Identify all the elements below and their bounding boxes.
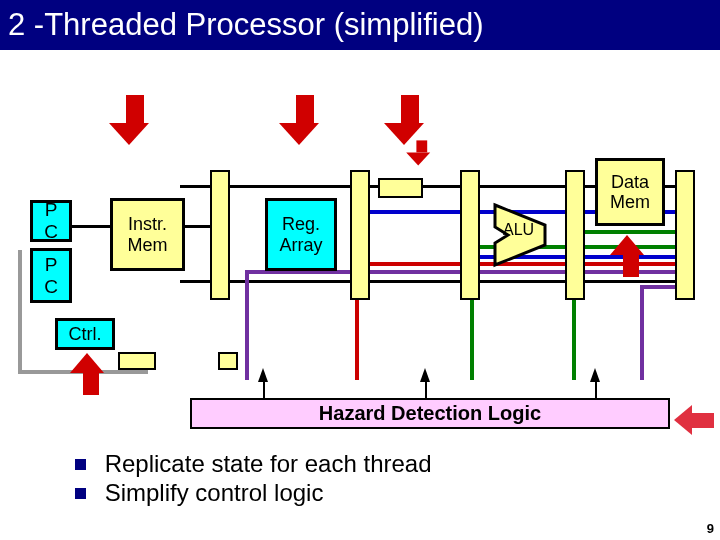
thread-arrow-down-icon	[120, 95, 149, 145]
thread-arrow-down-icon	[395, 95, 424, 145]
bullet-list: Replicate state for each thread Simplify…	[35, 449, 432, 508]
alu-label: ALU	[503, 221, 534, 239]
thread-arrow-down-icon	[290, 95, 319, 145]
dmem-label: Data Mem	[610, 172, 650, 213]
program-counter-box: P C	[30, 248, 72, 303]
pipeline-register	[210, 170, 230, 300]
mux-box	[378, 178, 423, 198]
pipeline-diagram: P C P C Instr. Mem Reg. Array ALU Data M…	[0, 50, 720, 390]
hazard-sense-arrow-icon	[590, 368, 600, 382]
bullet-item: Simplify control logic	[75, 479, 432, 507]
data-down-arrow-icon	[413, 141, 430, 166]
program-counter-box: P C	[30, 200, 72, 242]
hazard-sense-line	[425, 380, 427, 398]
hazard-left-arrow-icon	[674, 405, 714, 435]
hazard-sense-line	[263, 380, 265, 398]
pipeline-register	[675, 170, 695, 300]
pc2-label: P C	[44, 254, 58, 298]
pipeline-register	[565, 170, 585, 300]
regarray-label: Reg. Array	[279, 214, 322, 255]
hazard-label: Hazard Detection Logic	[319, 402, 541, 424]
register-array-box: Reg. Array	[265, 198, 337, 271]
hazard-sense-arrow-icon	[258, 368, 268, 382]
data-up-arrow-icon	[618, 235, 644, 277]
pipeline-register	[350, 170, 370, 300]
ctrl-label: Ctrl.	[69, 324, 102, 345]
ctrl-up-arrow-icon	[78, 353, 104, 395]
hazard-sense-arrow-icon	[420, 368, 430, 382]
data-memory-box: Data Mem	[595, 158, 665, 226]
title-text: 2 -Threaded Processor (simplified)	[8, 7, 484, 42]
slide-title: 2 -Threaded Processor (simplified)	[0, 0, 720, 50]
control-tap	[118, 352, 156, 370]
pipeline-register	[460, 170, 480, 300]
control-box: Ctrl.	[55, 318, 115, 350]
instruction-memory-box: Instr. Mem	[110, 198, 185, 271]
control-tap	[218, 352, 238, 370]
hazard-detection-bar: Hazard Detection Logic	[190, 398, 670, 429]
bullet-item: Replicate state for each thread	[75, 450, 432, 478]
page-number: 9	[707, 521, 714, 536]
imem-label: Instr. Mem	[128, 214, 168, 255]
hazard-sense-line	[595, 380, 597, 398]
pc1-label: P C	[44, 199, 58, 243]
